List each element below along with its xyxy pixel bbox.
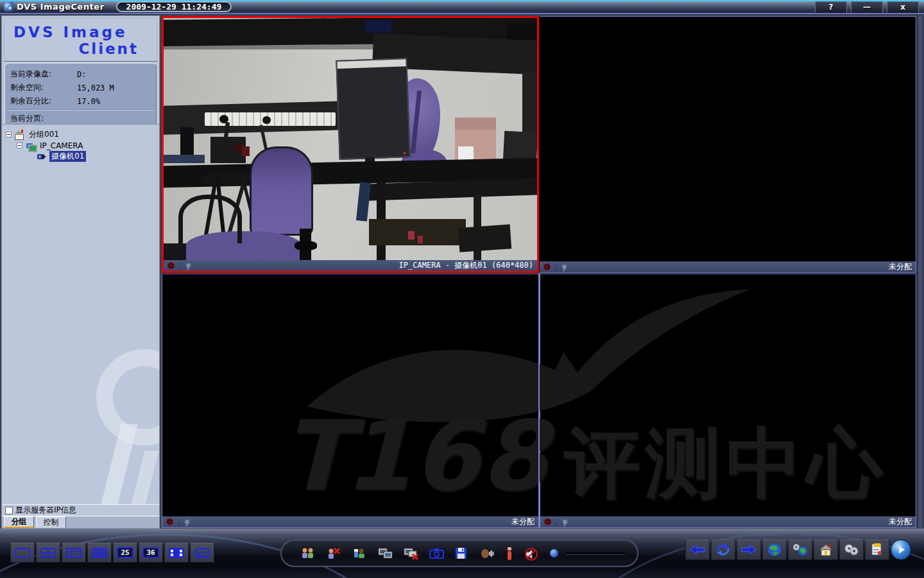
snapshot-icon: [434, 552, 439, 556]
tab-control[interactable]: 控制: [36, 516, 66, 528]
user-login-button[interactable]: [301, 547, 315, 560]
user-config-button[interactable]: [352, 547, 366, 560]
app-title: DVS ImageCenter: [17, 2, 105, 12]
record-save-button[interactable]: [455, 547, 469, 560]
minimize-button[interactable]: —: [851, 1, 883, 13]
audio-icon: ♪: [178, 261, 183, 270]
tree-node-label[interactable]: IP_CAMERA: [38, 141, 85, 150]
next-page-button[interactable]: [737, 539, 761, 560]
home-icon: [825, 551, 827, 556]
quad-view-icon: [40, 548, 56, 558]
logo-line1: DVS Image: [4, 24, 157, 40]
space-label: 剩余空间:: [10, 82, 77, 93]
logo-line2: Client: [4, 40, 157, 57]
intercom-button[interactable]: [481, 547, 495, 560]
user-login-icon: [308, 553, 313, 558]
system-config-button[interactable]: [839, 539, 864, 560]
video-grid: ♪ IP_CAMERA - 摄像机01 (640*480) ♪ 未分配: [162, 16, 916, 528]
disk-value: D:: [77, 70, 86, 79]
unassigned-label: 未分配: [511, 516, 535, 527]
tree-node-group[interactable]: 分组001: [6, 129, 159, 140]
tree-node-label[interactable]: 分组001: [27, 129, 61, 140]
clock-display: 2009-12-29 11:24:49: [116, 1, 232, 12]
camera-icon: [37, 152, 47, 161]
unassigned-label: 未分配: [889, 516, 912, 527]
record-indicator-icon: [167, 262, 175, 269]
alarm-info-button[interactable]: [506, 547, 513, 560]
prev-page-button[interactable]: [685, 539, 710, 560]
volume-slider-track[interactable]: [566, 552, 625, 555]
titlebar: DVS ImageCenter 2009-12-29 11:24:49 ? — …: [0, 0, 924, 14]
thirtysix-split-button[interactable]: 36: [139, 543, 163, 563]
user-logout-button[interactable]: [327, 547, 341, 560]
info-row-page: 当前分页:: [5, 112, 156, 125]
video-panel-2[interactable]: ♪ 未分配: [540, 16, 916, 273]
mute-button[interactable]: [524, 547, 538, 560]
web-button[interactable]: [762, 539, 787, 560]
window-frame: [916, 15, 924, 529]
single-view-button[interactable]: [10, 543, 35, 563]
auto-switch-icon: [717, 550, 722, 556]
panel-status-bar: ♪ 未分配: [540, 261, 916, 272]
connect-all-button[interactable]: [378, 547, 392, 560]
collapse-icon[interactable]: [6, 132, 12, 137]
net-config-button[interactable]: [788, 539, 812, 560]
zoom-icon: [185, 520, 189, 524]
video-panel-4[interactable]: ♪ 未分配: [540, 274, 916, 528]
info-divider: [6, 109, 155, 110]
app-window: DVS ImageCenter 2009-12-29 11:24:49 ? — …: [0, 0, 924, 578]
audio-icon: ♪: [554, 263, 559, 272]
help-button[interactable]: ?: [815, 1, 847, 13]
disk-info-panel: 当前录像盘: D: 剩余空间: 15,023 M 剩余百分比: 17.0% 当前…: [4, 63, 157, 127]
intercom-icon: [492, 552, 494, 556]
single-view-icon: [15, 548, 30, 558]
tab-group[interactable]: 分组: [4, 516, 34, 528]
sixteen-split-button[interactable]: [87, 543, 112, 563]
record-indicator-icon: [544, 518, 551, 525]
fullscreen-button[interactable]: [164, 543, 189, 563]
multi-view-button[interactable]: [190, 543, 214, 563]
auto-switch-button[interactable]: [711, 539, 735, 560]
nine-split-button[interactable]: [62, 543, 86, 563]
tree-node-server[interactable]: IP_CAMERA: [6, 140, 159, 151]
panel-status-bar: ♪ 未分配: [162, 516, 538, 527]
snapshot-button[interactable]: [429, 547, 443, 560]
tree-node-camera[interactable]: 摄像机01: [6, 151, 159, 162]
alarm-info-icon: [508, 551, 511, 560]
log-button[interactable]: [865, 539, 889, 560]
server-icon: [25, 141, 35, 150]
record-save-icon: [458, 554, 465, 559]
home-button[interactable]: [814, 539, 838, 560]
sixteen-split-icon: [92, 548, 107, 558]
quad-view-button[interactable]: [36, 543, 60, 563]
record-indicator-icon: [543, 263, 551, 270]
volume-slider-handle[interactable]: [550, 549, 558, 557]
show-ip-checkbox[interactable]: [5, 507, 13, 514]
panel-divider: [538, 273, 540, 528]
user-logout-icon: [334, 548, 339, 554]
log-icon: [878, 551, 882, 555]
percent-value: 17.0%: [77, 97, 100, 106]
twentyfive-split-button[interactable]: 25: [113, 543, 137, 563]
playback-button[interactable]: [891, 539, 911, 560]
video-panel-3[interactable]: ♪ 未分配: [162, 274, 539, 528]
show-ip-row: 显示服务器IP信息: [2, 504, 159, 516]
audio-icon: ♪: [176, 518, 182, 527]
user-config-icon: [359, 554, 364, 558]
record-indicator-icon: [166, 518, 173, 525]
space-value: 15,023 M: [77, 83, 114, 92]
twentyfive-split-icon: 25: [117, 547, 133, 558]
percent-label: 剩余百分比:: [10, 96, 77, 107]
panel-status-bar: ♪ 未分配: [540, 516, 916, 527]
close-button[interactable]: x: [887, 1, 919, 13]
show-ip-label: 显示服务器IP信息: [15, 505, 76, 516]
collapse-icon[interactable]: [17, 143, 22, 148]
video-panel-1-selected[interactable]: ♪ IP_CAMERA - 摄像机01 (640*480): [162, 16, 539, 273]
connect-all-icon: [385, 553, 391, 557]
disconnect-all-button[interactable]: [404, 547, 418, 560]
multi-view-icon: [194, 548, 210, 558]
disk-label: 当前录像盘:: [10, 69, 77, 80]
tree-node-label-selected[interactable]: 摄像机01: [49, 151, 86, 162]
system-config-icon: [853, 550, 855, 552]
camera-live-view: [164, 18, 537, 260]
